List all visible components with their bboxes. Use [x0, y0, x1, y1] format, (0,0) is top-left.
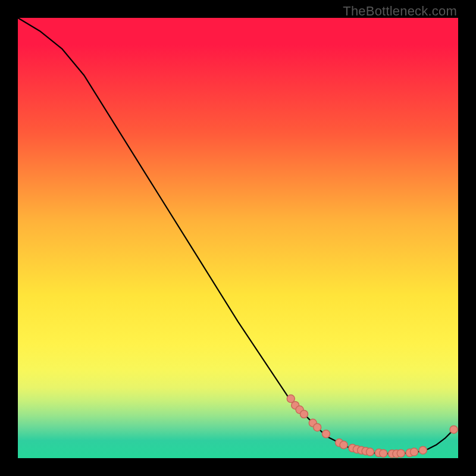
- chart-frame: TheBottleneck.com: [0, 0, 476, 476]
- data-point: [314, 424, 321, 431]
- data-point: [300, 411, 308, 418]
- data-point: [397, 449, 405, 457]
- bottleneck-curve: [18, 18, 454, 454]
- data-point: [419, 446, 427, 454]
- data-point: [367, 448, 374, 456]
- data-points: [287, 395, 458, 458]
- data-point: [450, 425, 458, 433]
- data-point: [340, 441, 347, 449]
- chart-svg: [18, 18, 458, 458]
- watermark-label: TheBottleneck.com: [343, 4, 457, 19]
- data-point: [380, 449, 387, 457]
- data-point: [411, 448, 418, 456]
- plot-area: [18, 18, 458, 458]
- data-point: [322, 430, 330, 438]
